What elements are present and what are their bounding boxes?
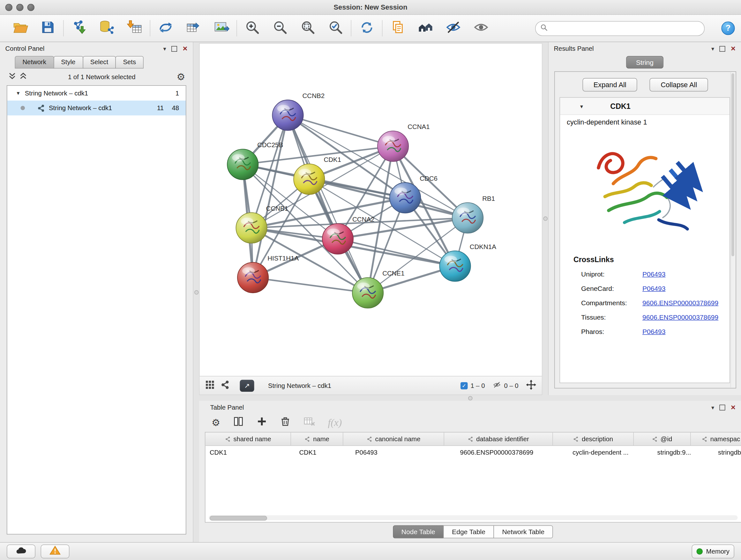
network-row[interactable]: String Network – cdk1 11 48 — [7, 101, 186, 116]
export-image-button[interactable] — [212, 19, 230, 37]
save-session-button[interactable] — [39, 19, 57, 37]
expand-all-networks-icon[interactable] — [20, 72, 27, 81]
copy-document-button[interactable] — [389, 19, 407, 37]
delete-column-icon[interactable] — [280, 416, 290, 429]
results-splitter[interactable] — [542, 42, 548, 395]
network-edge[interactable] — [288, 115, 368, 293]
cloud-status-button[interactable] — [7, 544, 36, 558]
network-options-gear-icon[interactable]: ⚙ — [177, 72, 185, 81]
gene-header-row[interactable]: ▼ CDK1 — [560, 98, 730, 115]
panel-float-icon[interactable] — [172, 46, 177, 51]
panel-close-icon[interactable]: ✕ — [731, 46, 736, 52]
genecard-link[interactable]: P06493 — [643, 285, 665, 292]
table-horizontal-scrollbar[interactable] — [209, 516, 738, 520]
refresh-button[interactable] — [358, 19, 376, 37]
control-panel: Control Panel ▾ ✕ Network Style Select S… — [0, 42, 193, 543]
toggle-glass-effect-button[interactable] — [444, 19, 462, 37]
column-header[interactable]: database identifier — [444, 433, 553, 446]
table-splitter[interactable] — [199, 395, 741, 401]
column-header[interactable]: name — [291, 433, 343, 446]
panel-collapse-icon[interactable]: ▾ — [711, 405, 714, 410]
collapse-all-button[interactable]: Collapse All — [650, 78, 708, 91]
network-node-CCNB2[interactable]: CCNB2 — [272, 92, 325, 131]
network-collection-row[interactable]: ▼ String Network – cdk1 1 — [7, 86, 186, 101]
results-scrollbar[interactable] — [731, 72, 735, 388]
zoom-window-button[interactable] — [27, 3, 35, 11]
collapse-all-networks-icon[interactable] — [9, 72, 16, 81]
column-header[interactable]: description — [553, 433, 634, 446]
search-input[interactable] — [551, 24, 699, 33]
memory-button[interactable]: Memory — [692, 544, 734, 558]
network-node-CDC6[interactable]: CDC6 — [390, 175, 437, 213]
delete-table-icon — [304, 416, 315, 429]
column-header[interactable]: canonical name — [343, 433, 445, 446]
compartments-link[interactable]: 9606.ENSP00000378699 — [643, 299, 718, 307]
column-header[interactable]: shared name — [205, 433, 291, 446]
open-session-button[interactable] — [11, 19, 29, 37]
network-node-CCNA1[interactable]: CCNA1 — [378, 123, 430, 162]
zoom-in-button[interactable] — [243, 19, 261, 37]
help-button[interactable]: ? — [722, 22, 735, 35]
export-network-button[interactable] — [157, 19, 175, 37]
function-builder-icon: f(x) — [328, 416, 342, 428]
import-network-from-file-button[interactable] — [70, 19, 88, 37]
toggle-labels-button[interactable] — [472, 19, 490, 37]
tissues-link[interactable]: 9606.ENSP00000378699 — [643, 313, 718, 321]
node-label-CCNB1: CCNB1 — [266, 205, 288, 212]
pharos-link[interactable]: P06493 — [643, 327, 665, 335]
panel-collapse-icon[interactable]: ▾ — [163, 46, 166, 51]
hidden-eye-icon — [492, 381, 501, 390]
tab-network[interactable]: Network — [15, 56, 54, 69]
image-export-icon — [213, 19, 229, 37]
column-header[interactable]: @id — [634, 433, 691, 446]
detach-view-button[interactable]: ↗ — [240, 380, 254, 392]
panel-float-icon[interactable] — [720, 405, 725, 410]
tab-select[interactable]: Select — [83, 56, 116, 69]
network-edge[interactable] — [288, 115, 393, 146]
panel-float-icon[interactable] — [720, 46, 725, 51]
network-node-CCNB1[interactable]: CCNB1 — [236, 205, 288, 243]
open-folder-icon — [12, 19, 28, 37]
warnings-button[interactable] — [41, 544, 70, 558]
import-table-from-file-button[interactable] — [125, 19, 144, 37]
panel-collapse-icon[interactable]: ▾ — [711, 46, 714, 51]
network-node-CDK1[interactable]: CDK1 — [293, 157, 341, 195]
pan-crosshair-icon[interactable] — [526, 380, 536, 391]
zoom-out-button[interactable] — [271, 19, 289, 37]
table-row[interactable]: CDK1 CDK1 P06493 9606.ENSP00000378699 cy… — [205, 446, 741, 459]
tab-edge-table[interactable]: Edge Table — [443, 525, 494, 539]
close-window-button[interactable] — [5, 3, 13, 11]
import-network-from-database-button[interactable] — [98, 19, 116, 37]
table-options-gear-icon[interactable]: ⚙ — [212, 418, 220, 427]
expand-all-button[interactable]: Expand All — [583, 78, 637, 91]
add-column-icon[interactable] — [257, 416, 267, 429]
network-node-CDKN1A[interactable]: CDKN1A — [440, 243, 496, 282]
tab-network-table[interactable]: Network Table — [493, 525, 553, 539]
export-table-button[interactable] — [185, 19, 203, 37]
tab-node-table[interactable]: Node Table — [393, 525, 444, 539]
column-header[interactable]: namespac — [691, 433, 741, 446]
string-home-button[interactable] — [416, 19, 434, 37]
left-splitter[interactable] — [193, 42, 199, 543]
zoom-fit-button[interactable] — [299, 19, 317, 37]
panel-close-icon[interactable]: ✕ — [183, 46, 188, 52]
grid-view-icon[interactable] — [205, 380, 215, 391]
network-icon[interactable] — [221, 380, 230, 391]
tab-style[interactable]: Style — [53, 56, 83, 69]
minimize-window-button[interactable] — [16, 3, 23, 11]
search-icon — [541, 23, 548, 33]
show-columns-icon[interactable] — [233, 416, 244, 429]
network-node-RB1[interactable]: RB1 — [452, 195, 495, 233]
panel-close-icon[interactable]: ✕ — [731, 404, 736, 411]
tab-string[interactable]: String — [626, 56, 664, 69]
network-edge[interactable] — [253, 115, 288, 278]
network-canvas[interactable]: CCNB2CCNA1CDC25BCDK1CDC6RB1CCNB1CCNA2CDK… — [200, 44, 542, 376]
network-node-HIST1H1A[interactable]: HIST1H1A — [238, 255, 299, 293]
zoom-selected-button[interactable] — [327, 19, 345, 37]
network-edge[interactable] — [253, 277, 368, 293]
disclosure-triangle-icon[interactable]: ▼ — [579, 104, 584, 109]
uniprot-link[interactable]: P06493 — [643, 270, 665, 278]
search-field[interactable] — [535, 21, 704, 36]
tab-sets[interactable]: Sets — [116, 56, 144, 69]
disclosure-triangle-icon[interactable]: ▼ — [16, 91, 21, 96]
